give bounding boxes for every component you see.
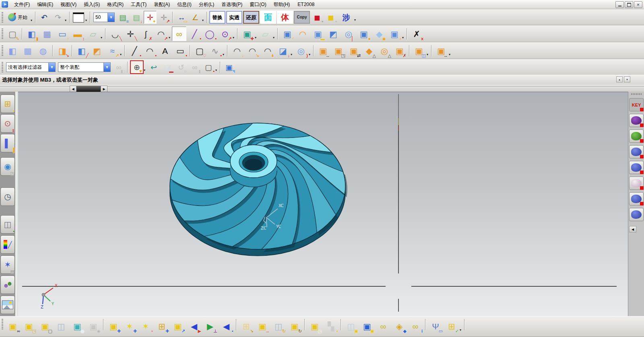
boolean-unite-button[interactable]: ▣✚▾ [240, 27, 254, 41]
dropdown-caret-icon[interactable]: ▾ [85, 18, 87, 22]
dropdown-caret-icon[interactable]: ▾ [460, 328, 461, 332]
palette-drag-handle[interactable] [631, 93, 642, 95]
line-2pt-button[interactable]: ╱• [127, 43, 142, 58]
studio-spline-button[interactable]: ∿•▾ [208, 43, 222, 58]
intersection-point-button[interactable]: ✛╲ [123, 27, 138, 41]
composite-curve-button[interactable]: ◠↡ [260, 43, 275, 58]
copy-btn[interactable]: Copy [294, 11, 310, 24]
horizontal-scrollbar[interactable]: ◀ ▶ [70, 86, 107, 92]
new-parent-button[interactable]: ✶▫ [138, 319, 153, 333]
swept-button[interactable]: ◠ [295, 27, 310, 41]
menu-window[interactable]: 窗口(O) [246, 0, 270, 9]
menu-information[interactable]: 信息(I) [173, 0, 195, 9]
menu-insert[interactable]: 插入(S) [80, 0, 103, 9]
curve-length-button[interactable]: ◠↗▾ [154, 27, 168, 41]
new-component-button[interactable]: ✶✚ [122, 319, 137, 333]
eraser-button[interactable]: ◪▬ [161, 61, 174, 74]
arc-center-button[interactable]: ◯• [202, 27, 217, 41]
datum-csys-button[interactable]: ✗x [409, 27, 424, 41]
boss-button[interactable]: ◆◉ [372, 27, 386, 41]
assembly-navigator-button[interactable]: ⊞▪ [0, 95, 15, 113]
sketch-button[interactable]: ▢✎ [5, 27, 20, 41]
rectangle-button[interactable]: ▭• [173, 43, 188, 58]
arc-3pt-button[interactable]: ◠• [142, 43, 157, 58]
undo-button[interactable]: ↶ [38, 11, 51, 24]
dropdown-caret-icon[interactable]: ▾ [449, 53, 450, 56]
toolbar-drag-handle[interactable] [2, 29, 3, 39]
dropdown-caret-icon[interactable]: ▾ [169, 36, 170, 39]
product-interface-button[interactable]: ◈◆ [392, 319, 407, 333]
interpart-link-button[interactable]: ∞◧ [112, 61, 125, 74]
profile-curve-button[interactable]: ▢♡ [192, 43, 207, 58]
palettes-button[interactable]: ◫• [0, 215, 15, 234]
work-layer-spinner-dropdown-icon[interactable]: ▼ [107, 13, 114, 22]
arrangements-button[interactable]: ▣◳ [307, 319, 322, 333]
palette-link[interactable] [629, 129, 644, 143]
dropdown-caret-icon[interactable]: ▾ [120, 53, 122, 56]
interference-btn[interactable]: 涉▾ [338, 11, 354, 24]
palette-plate[interactable] [629, 161, 644, 174]
palette-screw[interactable] [629, 114, 644, 127]
combine-projection-button[interactable]: ◠↘ [245, 43, 260, 58]
display-component-button[interactable]: ▣▢ [37, 319, 53, 333]
scope-filter-combo[interactable]: 整个装配▼ [58, 62, 111, 72]
interpart-links-button[interactable]: ∞ [376, 319, 391, 333]
exploded-views-button[interactable]: ⊞↘ [239, 319, 254, 333]
display-color-swatch[interactable]: ▾ [72, 11, 85, 24]
dropdown-caret-icon[interactable]: ▾ [255, 36, 256, 39]
wrap-curve-button[interactable]: ◎)▾ [294, 43, 308, 58]
text-button[interactable]: A [158, 43, 172, 58]
menu-edit[interactable]: 编辑(E) [33, 0, 57, 9]
move-to-layer-button[interactable]: ▤↓ [130, 11, 143, 24]
project-to-sheet-button[interactable]: ◪↓▾ [276, 43, 290, 58]
trim-curve-button[interactable]: ʃ✗ [138, 27, 153, 41]
scroll-thumb[interactable] [76, 86, 101, 92]
dropdown-caret-icon[interactable]: ▾ [233, 36, 234, 39]
snap-point-button[interactable]: ⊕▼▾ [130, 60, 144, 74]
dropdown-caret-icon[interactable]: ▾ [215, 68, 217, 72]
marquee-select-button[interactable]: ▢•▾ [202, 61, 215, 74]
image-button[interactable] [0, 296, 15, 314]
resize-face-button[interactable]: ▣↔▾ [434, 43, 448, 58]
join-curve-button[interactable]: ∞ [172, 27, 186, 41]
body-btn[interactable]: 体 [277, 11, 293, 24]
menu-view[interactable]: 视图(V) [57, 0, 80, 9]
dropdown-caret-icon[interactable]: ▾ [223, 53, 224, 56]
palette-swivel[interactable] [629, 208, 644, 221]
part-navigator-button[interactable]: ▌▐ [0, 134, 15, 152]
toolbar-drag-handle[interactable] [2, 45, 3, 56]
yellow-cube-button[interactable]: ◼▫ [324, 11, 337, 24]
dropdown-caret-icon[interactable]: ▾ [31, 18, 32, 22]
relations-tree-button[interactable]: Ψ▭ [428, 319, 443, 333]
menu-preferences[interactable]: 首选项(P) [218, 0, 246, 9]
dropdown-caret-icon[interactable]: ▾ [273, 36, 275, 39]
extrude-button[interactable]: ▣▬ [311, 27, 325, 41]
work-layer-spinner[interactable]: 50▼ [93, 12, 115, 22]
ruled-button[interactable]: ◧ [5, 43, 20, 58]
history-button[interactable]: ◷ [0, 187, 15, 206]
menu-file[interactable]: 文件(F) [10, 0, 33, 9]
web-browser-button[interactable]: ◉◳ [0, 157, 15, 176]
graphics-window[interactable]: XCYCZCXYZ [18, 92, 628, 316]
wave-geometry-button[interactable]: ◫▣ [343, 319, 359, 333]
cylinder-button[interactable]: ◎▏ [341, 27, 356, 41]
close-button[interactable]: ✕ [634, 1, 642, 8]
palette-clamp[interactable] [629, 145, 644, 158]
rollback-button[interactable]: ↩ [147, 61, 160, 74]
offset-surface-button[interactable]: ◨↘ [55, 43, 70, 58]
layer-settings-button[interactable]: ▤≡ [116, 11, 129, 24]
shaded-view-button[interactable]: ▣◥ [223, 61, 235, 74]
add-component-button[interactable]: ▣✚ [106, 319, 121, 333]
dropdown-caret-icon[interactable]: ▾ [309, 53, 310, 56]
replace-face-button[interactable]: ◆△ [362, 43, 376, 58]
menu-assemblies[interactable]: 装配(A) [150, 0, 173, 9]
type-filter-combo-dropdown-icon[interactable]: ▼ [48, 63, 55, 72]
line-button[interactable]: ╱• [187, 27, 202, 41]
face-btn[interactable]: 面 [260, 11, 276, 24]
dropdown-caret-icon[interactable]: ▾ [144, 68, 145, 72]
edit-component-button[interactable]: ▣↻ [287, 319, 302, 333]
dropdown-caret-icon[interactable]: ▾ [65, 18, 66, 22]
copy-face-button[interactable]: ▣◫▾ [412, 43, 426, 58]
toolbar-drag-handle[interactable] [2, 62, 3, 72]
dropdown-caret-icon[interactable]: ▾ [354, 18, 356, 22]
